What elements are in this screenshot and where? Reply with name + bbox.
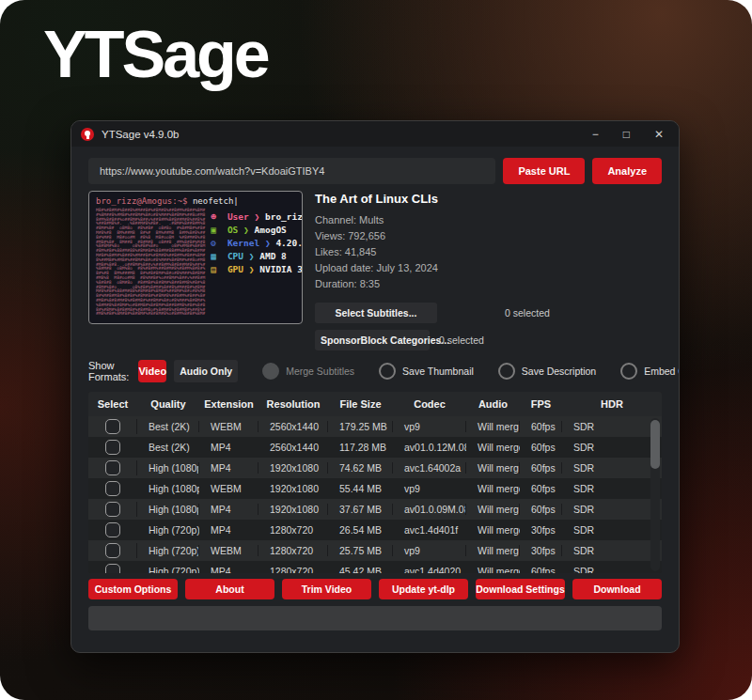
table-row[interactable]: High (720p)MP41280x72045.42 MBavc1.4d402… [88,561,662,573]
table-body: Best (2K)WEBM2560x1440179.25 MBvp9Will m… [88,416,662,573]
quality-cell: High (1080p) [137,483,199,494]
codec-cell: vp9 [393,421,466,432]
row-checkbox[interactable] [105,481,120,496]
hdr-cell: SDR [562,462,662,474]
video-info: The Art of Linux CLIs Channel: MultsView… [315,191,662,350]
quality-cell: High (1080p) [137,462,199,474]
row-checkbox[interactable] [105,543,120,558]
row-checkbox[interactable] [105,460,120,475]
column-header-audio: Audio [466,398,520,410]
column-header-extension: Extension [199,398,258,410]
quality-cell: High (720p) [137,545,199,556]
table-row[interactable]: Best (2K)MP42560x1440117.28 MBav01.0.12M… [88,437,662,458]
trim-video-button[interactable]: Trim Video [282,579,371,599]
kernel-icon: ⚙ [211,237,222,250]
resolution-cell: 2560x1440 [258,442,328,453]
checkbox-label: Save Description [522,366,596,377]
quality-cell: Best (2K) [137,442,199,453]
url-input[interactable] [88,158,495,184]
progress-bar [88,606,662,630]
checkbox-merge-subtitles: Merge Subtitles [262,363,354,380]
filesize-cell: 37.67 MB [328,504,393,515]
scrollbar-thumb[interactable] [650,420,660,469]
extension-cell: WEBM [199,545,258,556]
action-buttons-row: Custom OptionsAboutTrim VideoUpdate yt-d… [88,579,662,599]
row-checkbox[interactable] [105,419,120,434]
fps-cell: 60fps [520,566,562,573]
extension-cell: WEBM [199,483,258,494]
custom-options-button[interactable]: Custom Options [88,579,178,599]
sponsorblock-row: SponsorBlock Categories... 0 selected [315,330,662,350]
select-subtitles-button[interactable]: Select Subtitles... [315,303,437,323]
spec-line-kernel: ⚙ Kernel ❯ 4.20.69 [211,237,303,250]
fps-cell: 60fps [520,504,562,515]
column-header-codec: Codec [393,398,466,410]
select-cell [88,522,137,537]
fps-cell: 60fps [520,462,562,474]
sponsorblock-button[interactable]: SponsorBlock Categories... [315,330,430,350]
checkbox-save-description[interactable]: Save Description [498,363,596,380]
filesize-cell: 55.44 MB [328,483,393,494]
download-settings-button[interactable]: Download Settings [476,579,565,599]
video-format-button[interactable]: Video [138,360,166,382]
hdr-cell: SDR [562,504,662,515]
table-row[interactable]: High (1080p)WEBM1920x108055.44 MBvp9Will… [88,478,662,499]
close-button[interactable]: ✕ [654,129,664,140]
hdr-cell: SDR [562,545,662,556]
video-meta: Channel: MultsViews: 792,656Likes: 41,84… [315,212,662,292]
row-checkbox[interactable] [105,440,120,455]
audio-cell: Will merge ... [466,504,520,515]
paste-url-button[interactable]: Paste URL [503,158,585,184]
minimize-button[interactable]: − [592,129,599,140]
audio-only-button[interactable]: Audio Only [174,360,238,382]
extension-cell: MP4 [199,504,258,515]
about-button[interactable]: About [185,579,274,599]
resolution-cell: 1920x1080 [258,462,328,474]
subtitles-row: Select Subtitles... 0 selected [315,303,662,323]
video-meta-line: Upload date: July 13, 2024 [315,260,662,276]
checkbox-circle-icon[interactable] [620,363,637,380]
checkbox-embed-chapters[interactable]: Embed Chapters [620,363,680,380]
table-row[interactable]: High (1080p)MP41920x108037.67 MBav01.0.0… [88,499,662,520]
row-checkbox[interactable] [105,522,120,537]
table-row[interactable]: High (720p)WEBM1280x72025.75 MBvp9Will m… [88,540,662,561]
analyze-button[interactable]: Analyze [592,158,662,184]
ascii-art: M8#%#8#M#%8##8%#M##8#%#8M#8%##8#M%#8##%8… [96,209,205,317]
codec-cell: vp9 [393,545,466,556]
checkbox-save-thumbnail[interactable]: Save Thumbnail [379,363,474,380]
checkbox-circle-icon[interactable] [379,363,396,380]
select-cell [88,440,137,455]
formats-table: SelectQualityExtensionResolutionFile Siz… [88,392,662,573]
codec-cell: av01.0.09M.08 [393,504,466,515]
table-scrollbar[interactable] [650,418,660,571]
resolution-cell: 1280x720 [258,524,328,536]
audio-cell: Will merge ... [466,524,520,536]
gpu-icon: ▤ [211,263,222,276]
checkbox-circle-icon[interactable] [498,363,515,380]
resolution-cell: 1920x1080 [258,504,328,515]
quality-cell: High (720p) [137,524,199,536]
table-row[interactable]: High (1080p)MP41920x108074.62 MBavc1.640… [88,458,662,478]
hdr-cell: SDR [562,442,662,453]
os-icon: ▣ [211,224,222,237]
quality-cell: High (1080p) [137,504,199,515]
sponsorblock-count: 0 selected [439,334,484,346]
download-button[interactable]: Download [572,579,662,599]
quality-cell: Best (2K) [137,421,199,432]
maximize-button[interactable]: □ [623,129,630,140]
hdr-cell: SDR [562,483,662,494]
row-checkbox[interactable] [105,502,120,517]
filesize-cell: 74.62 MB [328,462,393,474]
codec-cell: avc1.64002a [393,462,466,474]
row-checkbox[interactable] [105,564,120,573]
spec-line-cpu: ▦ CPU ❯ AMD 8 [211,250,303,263]
select-cell [88,481,137,496]
update-yt-dlp-button[interactable]: Update yt-dlp [379,579,468,599]
app-logo-icon [81,128,94,141]
table-row[interactable]: High (720p)MP41280x72026.54 MBavc1.4d401… [88,520,662,540]
video-meta-line: Views: 792,656 [315,228,662,244]
table-row[interactable]: Best (2K)WEBM2560x1440179.25 MBvp9Will m… [88,416,662,437]
hdr-cell: SDR [562,421,662,432]
url-row: Paste URL Analyze [88,158,662,184]
fps-cell: 30fps [520,524,562,536]
